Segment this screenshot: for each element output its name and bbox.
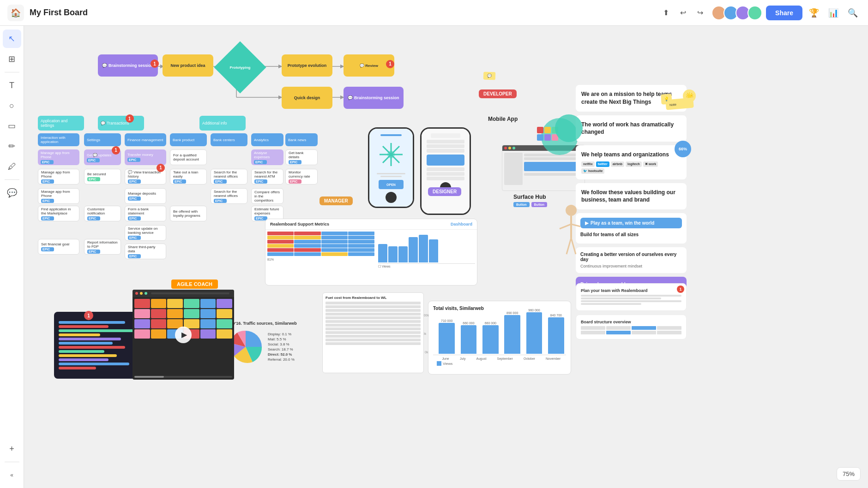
usm-card-analyse[interactable]: Analyse expenses EPIC	[251, 149, 283, 165]
usm-card-manage-deposits[interactable]: Manage deposits EPIC	[125, 188, 166, 204]
usm-card-search-atm[interactable]: Search for the nearest ATM EPIC	[251, 169, 283, 184]
play-button[interactable]: ▶	[175, 327, 192, 343]
traffic-card[interactable]: Nov'16. Traffic sources, Similarweb Disp…	[227, 321, 329, 393]
visits-chart-card[interactable]: Total visits, Similarweb 1 000k 500k 0k …	[428, 301, 571, 375]
share-button[interactable]: Share	[766, 6, 802, 20]
usm-card-search-offices2[interactable]: Search for the nearest offices EPIC	[211, 188, 247, 204]
sticky-yellow-top[interactable]: 💡	[661, 94, 672, 104]
usm-hdr2-bankprod[interactable]: Bank product	[170, 133, 207, 146]
svg-line-15	[571, 224, 580, 226]
fc-brainstorm1[interactable]: 1 💬 Brainstorming session	[98, 54, 158, 77]
value1-label: Play as a team, win the world	[591, 220, 654, 226]
usm-header-app[interactable]: Application and settings	[38, 116, 84, 131]
role-developer[interactable]: DEVELOPER	[479, 89, 517, 98]
usm-hdr2-bankprod-label: Bank product	[173, 138, 194, 142]
mission-text-4[interactable]: We follow these values building our busi…	[576, 183, 687, 210]
chart-button[interactable]: 📊	[826, 5, 841, 21]
collapse-sidebar-button[interactable]: «	[3, 466, 21, 484]
home-icon: 🏠	[11, 8, 21, 18]
usm-card-view-hist[interactable]: 1 💬 View transaction history EPIC	[125, 169, 166, 184]
rp-card1[interactable]: Plan your team with Realemboard 1	[576, 283, 687, 311]
usm-header-trans[interactable]: 1 💬 Transactions	[98, 116, 144, 131]
usm-card-report-fdp[interactable]: Report information to FDP EPIC	[84, 239, 121, 255]
dashboard-card[interactable]: Realemboard Support Metrics Dashboard	[265, 219, 477, 286]
usm-hdr2-settings[interactable]: Settings	[84, 133, 121, 146]
shape-tool[interactable]: ○	[3, 96, 21, 115]
value2-card[interactable]: Creating a better version of ourselves e…	[576, 247, 687, 273]
home-button[interactable]: 🏠	[7, 5, 24, 21]
sidebar: ↖ ⊞ T ○ ▭ ✏ 🖊 💬 + «	[0, 26, 24, 488]
fc-review-label: 💬 Review	[346, 64, 392, 68]
usm-hdr2-banknews[interactable]: Bank news	[285, 133, 318, 146]
traffic-display: Display: 0.1 %	[268, 332, 295, 336]
usm-card-loan[interactable]: Take out a loan easily EPIC	[170, 169, 207, 184]
video-player[interactable]: ▶	[133, 290, 234, 380]
select-tool[interactable]: ↖	[3, 30, 21, 48]
usm-hdr2-interaction[interactable]: Interaction with application	[38, 133, 79, 146]
usm-card-get-bank-details[interactable]: Get bank details EPIC	[285, 149, 318, 165]
rp-card2[interactable]: Board structure overview	[576, 315, 687, 339]
usm-card-find-app[interactable]: Find application in the Marketplace EPIC	[38, 206, 79, 221]
values-card[interactable]: ▶ Play as a team, win the world Build fo…	[576, 213, 687, 244]
role-designer2[interactable]: DESIGNER	[428, 187, 461, 196]
traffic-mail: Mail: 5.5 %	[268, 337, 295, 341]
fc-quick-design[interactable]: Quick design	[282, 87, 332, 109]
fc-review[interactable]: 1 💬 Review	[344, 54, 394, 77]
surface-hub-label: Surface Hub	[513, 194, 546, 200]
usm-card-manage-phone-1[interactable]: Manage app from Phone EPIC	[38, 149, 79, 165]
usm-card-deposit[interactable]: For a qualified deposit account	[170, 149, 207, 165]
phone-mockup-2[interactable]	[420, 127, 471, 215]
text-tool[interactable]: T	[3, 76, 21, 95]
comment-tool[interactable]: 💬	[3, 184, 21, 202]
fc-brainstorm2[interactable]: 💬 Brainstorming session	[344, 87, 404, 109]
value1-desc: Build for teams of all sizes	[580, 230, 682, 239]
usm-card-manage-phone-3[interactable]: Manage app from Phone EPIC	[38, 188, 79, 204]
usm-card-monitor-currency[interactable]: Monitor currency rate EPIC	[285, 169, 318, 184]
fc-newproduct[interactable]: New product idea	[163, 54, 213, 77]
usm-card-bank-stmt[interactable]: Form a bank statement EPIC	[125, 206, 166, 221]
badge-review: 1	[386, 60, 394, 68]
phone-mockup-1[interactable]: OPEN	[368, 127, 414, 208]
usm-card-compare-offers[interactable]: Compare offers in the competitors	[251, 188, 283, 204]
figure-illustration	[546, 201, 583, 256]
usm-card-get-updates[interactable]: 1 Get💬 updates EPIC	[84, 149, 121, 165]
usm-card-manage-phone-2[interactable]: Manage app from Phone EPIC	[38, 169, 79, 184]
badge-rp1: 1	[677, 286, 684, 293]
usm-hdr2-finance[interactable]: Finance management	[125, 133, 166, 146]
undo-button[interactable]: ↩	[677, 6, 689, 20]
usm-hdr2-bankcenters[interactable]: Bank centers	[211, 133, 247, 146]
fc-prototyping-wrapper: Prototyping	[222, 49, 259, 86]
export-button[interactable]: ⬆	[660, 6, 672, 20]
badge-trans: 1	[126, 114, 134, 123]
role-manager-label: MANAGER	[324, 198, 348, 203]
usm-card-set-goal[interactable]: Set financial goal EPIC	[38, 239, 79, 255]
mission-text-3[interactable]: We help teams and organizations 66% netf…	[576, 145, 687, 179]
trophy-button[interactable]: 🏆	[806, 5, 822, 21]
usm-hdr2-analytics[interactable]: Analytics	[251, 133, 283, 146]
frame-tool[interactable]: ⊞	[3, 50, 21, 68]
usm-header-addl[interactable]: Additional info	[199, 116, 246, 131]
add-button[interactable]: +	[3, 440, 21, 458]
role-manager[interactable]: MANAGER	[319, 196, 353, 205]
fc-prototyping-diamond[interactable]	[214, 41, 266, 93]
redo-button[interactable]: ↪	[694, 6, 706, 20]
rect-tool[interactable]: ▭	[3, 117, 21, 135]
usm-card-customize[interactable]: Customize notification EPIC	[84, 206, 121, 221]
usm-card-nearest-offices[interactable]: Search for the nearest offices EPIC	[211, 169, 247, 184]
pen-tool[interactable]: ✏	[3, 137, 21, 155]
fc-prototype-ev[interactable]: Prototype evolution	[282, 54, 332, 77]
sticky-note-top[interactable]: 💬	[483, 72, 495, 80]
usm-card-transfer[interactable]: Transfer money EPIC	[125, 149, 166, 165]
draw-tool[interactable]: 🖊	[3, 157, 21, 176]
usm-card-share-third[interactable]: Share third-party data EPIC	[125, 244, 166, 259]
search-button[interactable]: 🔍	[845, 5, 861, 21]
rp-card1-title: Plan your team with Realemboard	[581, 288, 681, 293]
usm-card-be-secured[interactable]: Be secured EPIC	[84, 169, 121, 184]
visits-zero-label: 0k	[425, 351, 428, 354]
usm-card-loyalty[interactable]: Be offered with loyalty programs	[170, 206, 207, 221]
metrics-table[interactable]: Fuel cost from Realemboard to WL	[322, 292, 424, 373]
traffic-title: Nov'16. Traffic sources, Similarweb	[227, 321, 329, 326]
mission-text-2[interactable]: The world of work has dramatically chang…	[576, 115, 687, 142]
traffic-search: Search: 18.7 %	[268, 347, 295, 351]
usm-card-service-update[interactable]: Service update on banking service EPIC	[125, 225, 166, 241]
